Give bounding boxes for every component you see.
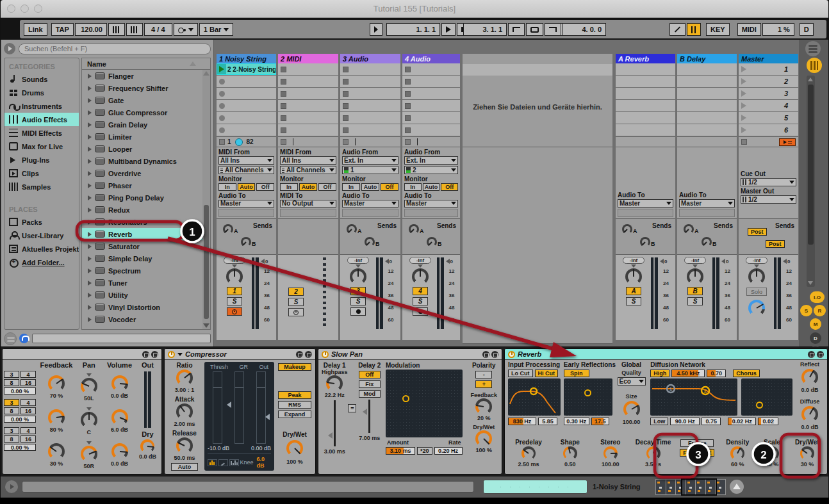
io-section-toggle[interactable]: I-O: [810, 291, 825, 303]
arm-button[interactable]: [413, 307, 428, 316]
monitor-auto-button[interactable]: Auto: [361, 183, 379, 191]
hotswap-wave-icon[interactable]: [4, 332, 17, 345]
dry-knob[interactable]: [140, 439, 154, 453]
disclosure-icon[interactable]: [88, 159, 92, 164]
punch-out-button[interactable]: [545, 23, 561, 36]
clip-slot[interactable]: [340, 76, 400, 87]
rate-field[interactable]: 0.20 Hz: [434, 447, 463, 455]
clip-stop-icon[interactable]: [343, 127, 349, 133]
input-type-select[interactable]: All Ins: [218, 156, 274, 165]
disclosure-icon[interactable]: [88, 317, 92, 322]
delay2-time-slider[interactable]: [368, 400, 370, 433]
track-header-2[interactable]: 2 MIDI: [278, 54, 338, 63]
disclosure-icon[interactable]: [88, 195, 92, 200]
device-title-bar[interactable]: Compressor: [165, 349, 315, 360]
list-item[interactable]: Simple Delay: [82, 252, 210, 264]
search-input[interactable]: [19, 44, 211, 54]
scrollbar-thumb[interactable]: [808, 85, 814, 245]
transfer-curve-icon[interactable]: [218, 459, 228, 466]
pan-knob[interactable]: [81, 446, 97, 462]
returns-section-toggle[interactable]: R: [814, 305, 826, 316]
amount-field[interactable]: 3.10 ms: [386, 447, 415, 455]
sidebar-item-packs[interactable]: Packs: [4, 215, 79, 229]
clip-slot[interactable]: [402, 76, 460, 87]
auto-release-button[interactable]: Auto: [171, 463, 198, 471]
quantize-menu[interactable]: 1 Bar: [199, 23, 234, 36]
predelay-knob[interactable]: [521, 446, 536, 460]
sidebar-item-plugins[interactable]: Plug-Ins: [4, 153, 79, 167]
input-type-select[interactable]: Ext. In: [342, 156, 398, 165]
feedback-knob[interactable]: [475, 398, 492, 415]
drop-zone[interactable]: Ziehen Sie Dateien und Geräte hierhin.: [463, 54, 612, 344]
disclosure-icon[interactable]: [88, 220, 92, 225]
dry-wet-knob[interactable]: [475, 430, 492, 447]
feedback-knob[interactable]: [48, 375, 65, 392]
return-activator-button[interactable]: B: [687, 287, 703, 295]
clip-play-icon[interactable]: [217, 63, 226, 75]
clip-slot[interactable]: [340, 124, 400, 136]
save-preset-icon[interactable]: [817, 351, 824, 358]
track-header-3[interactable]: 3 Audio: [340, 54, 400, 63]
list-item[interactable]: Phaser: [82, 179, 210, 191]
list-item[interactable]: Spectrum: [82, 264, 210, 277]
rms-mode-button[interactable]: RMS: [278, 401, 311, 409]
clip-stop-icon[interactable]: [219, 127, 225, 133]
volume-knob[interactable]: [226, 268, 243, 285]
clip-slot[interactable]: [217, 124, 276, 136]
sidebar-item-max-for-live[interactable]: Max for Live: [4, 140, 79, 153]
list-item[interactable]: Multiband Dynamics: [82, 155, 210, 167]
stereo-knob[interactable]: [603, 446, 618, 460]
list-column-header[interactable]: Name: [82, 58, 210, 70]
loop-length-field[interactable]: 4. 0. 0: [562, 23, 606, 36]
decay-time-knob[interactable]: [646, 446, 661, 460]
scene-launch-icon[interactable]: [741, 66, 746, 72]
volume-knob[interactable]: [687, 268, 703, 285]
scene-slot[interactable]: 5: [739, 112, 798, 124]
device-title-bar[interactable]: Slow Pan: [318, 349, 502, 360]
modulation-xy-pad[interactable]: [386, 370, 463, 437]
disclosure-icon[interactable]: [88, 207, 92, 213]
list-item[interactable]: Vocoder: [82, 313, 210, 325]
list-item[interactable]: Glue Compressor: [82, 106, 210, 118]
disclosure-icon[interactable]: [88, 305, 92, 310]
send-b-knob[interactable]: [241, 237, 251, 247]
device-title-bar-selected[interactable]: Reverb: [505, 349, 827, 360]
scrollbar-thumb[interactable]: [204, 205, 209, 319]
device-power-icon[interactable]: [322, 351, 329, 358]
solo-button[interactable]: S: [350, 297, 366, 305]
delay-sync-16-button[interactable]: 16: [21, 407, 36, 414]
clip-stop-icon[interactable]: [219, 103, 225, 109]
mixer-section-toggle[interactable]: M: [810, 318, 821, 330]
input-filter-display[interactable]: [508, 378, 561, 416]
sidebar-item-drums[interactable]: Drums: [4, 86, 79, 99]
clip-slot[interactable]: [278, 88, 338, 99]
sidebar-item-sounds[interactable]: Sounds: [4, 72, 79, 86]
browser-back-icon[interactable]: [4, 43, 15, 54]
volume-value[interactable]: -Inf: [409, 257, 431, 264]
fold-device-icon[interactable]: [177, 353, 183, 356]
arm-button[interactable]: [288, 308, 304, 316]
send-b-knob[interactable]: [640, 237, 650, 247]
disclosure-icon[interactable]: [88, 244, 92, 249]
scene-slot[interactable]: 6: [739, 124, 798, 136]
monitor-in-button[interactable]: In: [404, 183, 422, 191]
track-activator-button[interactable]: 4: [413, 287, 428, 295]
delay-sync-16-button[interactable]: 16: [21, 435, 36, 443]
cue-volume-knob[interactable]: [748, 300, 765, 316]
slider-marker-icon[interactable]: [328, 432, 332, 439]
delay-sync-8-button[interactable]: 8: [4, 379, 19, 386]
makeup-button[interactable]: Makeup: [278, 363, 311, 371]
master-track-header[interactable]: Master: [739, 54, 798, 63]
rate-multiplier-button[interactable]: *20: [417, 447, 432, 455]
list-item[interactable]: Tuner: [82, 277, 210, 289]
stop-clip-icon[interactable]: [281, 139, 286, 145]
time-signature-field[interactable]: 4 / 4: [144, 23, 172, 36]
sidebar-item-clips[interactable]: Clips: [4, 167, 79, 180]
sidebar-item-audio-effects[interactable]: Audio Effects: [4, 113, 79, 126]
clip-slot[interactable]: [402, 63, 460, 75]
scene-launch-icon[interactable]: [741, 115, 746, 121]
clip-slot[interactable]: [402, 112, 460, 124]
play-button[interactable]: [441, 23, 456, 36]
stop-clip-icon[interactable]: [219, 139, 225, 145]
clip-slot[interactable]: [217, 76, 276, 87]
